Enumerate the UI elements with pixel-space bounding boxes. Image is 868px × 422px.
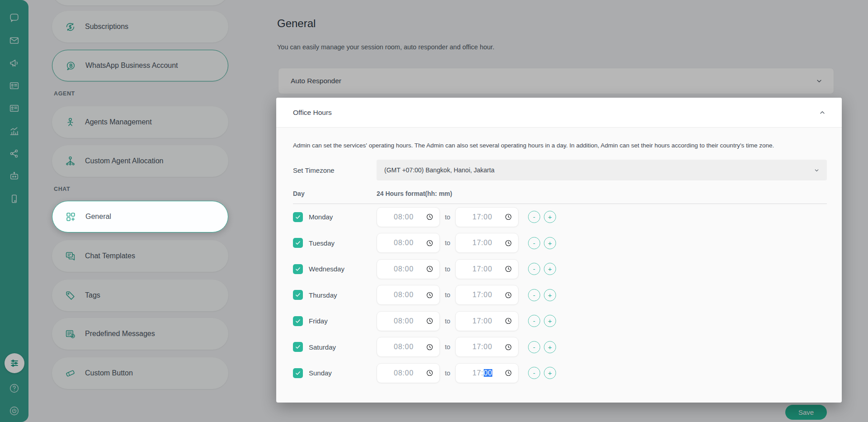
clock-icon bbox=[505, 213, 512, 221]
end-time-input[interactable]: 17:00 bbox=[455, 207, 519, 227]
clock-icon bbox=[426, 213, 434, 221]
add-hours-button[interactable]: + bbox=[544, 341, 556, 353]
office-hours-row: Friday 08:00 to 17:00 - + bbox=[293, 308, 827, 334]
check-icon bbox=[295, 214, 301, 220]
selected-time-segment: 00 bbox=[484, 369, 492, 377]
to-label: to bbox=[440, 343, 455, 351]
start-time-input[interactable]: 08:00 bbox=[377, 285, 440, 305]
sidebar-item-general[interactable]: General bbox=[52, 201, 228, 232]
timezone-select[interactable]: (GMT +07:00) Bangkok, Hanoi, Jakarta bbox=[377, 160, 827, 180]
remove-hours-button[interactable]: - bbox=[528, 341, 540, 353]
end-time-input[interactable]: 17:00 bbox=[455, 233, 519, 253]
start-time-input[interactable]: 08:00 bbox=[377, 363, 440, 383]
clock-icon bbox=[426, 265, 434, 273]
clock-icon bbox=[505, 291, 512, 299]
day-label: Thursday bbox=[309, 291, 337, 299]
start-time-input[interactable]: 08:00 bbox=[377, 259, 440, 279]
clock-icon bbox=[426, 369, 434, 377]
clock-icon bbox=[505, 343, 512, 351]
to-label: to bbox=[440, 239, 455, 247]
end-time-input[interactable]: 17:00 bbox=[455, 285, 519, 305]
end-time-input[interactable]: 17:00 bbox=[455, 337, 519, 357]
end-time-input[interactable]: 17:00 bbox=[455, 311, 519, 331]
office-hours-title: Office Hours bbox=[293, 109, 819, 117]
to-label: to bbox=[440, 291, 455, 299]
office-hours-row: Wednesday 08:00 to 17:00 - + bbox=[293, 256, 827, 282]
remove-hours-button[interactable]: - bbox=[528, 367, 540, 379]
start-time-input[interactable]: 08:00 bbox=[377, 337, 440, 357]
start-time-value: 08:00 bbox=[382, 343, 426, 351]
end-time-value: 17:00 bbox=[460, 291, 505, 299]
day-label: Wednesday bbox=[309, 265, 344, 273]
add-hours-button[interactable]: + bbox=[544, 367, 556, 379]
end-time-input-focused[interactable]: 17:00 bbox=[455, 363, 519, 383]
day-label: Friday bbox=[309, 317, 328, 325]
check-icon bbox=[295, 292, 301, 298]
clock-icon bbox=[426, 317, 434, 325]
day-checkbox[interactable] bbox=[293, 212, 303, 222]
add-hours-button[interactable]: + bbox=[544, 211, 556, 223]
format-column-header: 24 Hours format(hh: mm) bbox=[377, 190, 452, 197]
day-checkbox[interactable] bbox=[293, 290, 303, 300]
remove-hours-button[interactable]: - bbox=[528, 237, 540, 249]
day-checkbox[interactable] bbox=[293, 238, 303, 248]
day-checkbox[interactable] bbox=[293, 368, 303, 378]
start-time-value: 08:00 bbox=[382, 369, 426, 377]
start-time-value: 08:00 bbox=[382, 239, 426, 247]
end-time-input[interactable]: 17:00 bbox=[455, 259, 519, 279]
day-label: Monday bbox=[309, 213, 333, 221]
sidebar-item-label: General bbox=[85, 213, 111, 221]
office-hours-row: Thursday 08:00 to 17:00 - + bbox=[293, 282, 827, 308]
office-hours-row: Monday 08:00 to 17:00 - + bbox=[293, 204, 827, 230]
office-hours-row: Tuesday 08:00 to 17:00 - + bbox=[293, 230, 827, 256]
remove-hours-button[interactable]: - bbox=[528, 315, 540, 327]
remove-hours-button[interactable]: - bbox=[528, 289, 540, 301]
timezone-value: (GMT +07:00) Bangkok, Hanoi, Jakarta bbox=[384, 166, 814, 174]
day-checkbox[interactable] bbox=[293, 316, 303, 326]
to-label: to bbox=[440, 370, 455, 377]
office-hours-accordion[interactable]: Office Hours bbox=[276, 98, 842, 128]
clock-icon bbox=[505, 265, 512, 273]
remove-hours-button[interactable]: - bbox=[528, 211, 540, 223]
office-hours-row: Sunday 08:00 to 17:00 - + bbox=[293, 360, 827, 386]
add-hours-button[interactable]: + bbox=[544, 289, 556, 301]
check-icon bbox=[295, 266, 301, 272]
clock-icon bbox=[505, 369, 512, 377]
office-hours-description: Admin can set the services' operating ho… bbox=[293, 142, 827, 149]
start-time-input[interactable]: 08:00 bbox=[377, 311, 440, 331]
end-time-value: 17:00 bbox=[460, 369, 505, 377]
check-icon bbox=[295, 318, 301, 324]
check-icon bbox=[295, 240, 301, 246]
start-time-value: 08:00 bbox=[382, 291, 426, 299]
end-time-value: 17:00 bbox=[460, 317, 505, 325]
clock-icon bbox=[426, 343, 434, 351]
day-column-header: Day bbox=[293, 190, 377, 197]
day-checkbox[interactable] bbox=[293, 342, 303, 352]
clock-icon bbox=[426, 291, 434, 299]
check-icon bbox=[295, 370, 301, 376]
clock-icon bbox=[426, 239, 434, 247]
day-label: Saturday bbox=[309, 343, 336, 351]
day-label: Tuesday bbox=[309, 239, 335, 247]
check-icon bbox=[295, 344, 301, 350]
remove-hours-button[interactable]: - bbox=[528, 263, 540, 275]
start-time-input[interactable]: 08:00 bbox=[377, 233, 440, 253]
timezone-row: Set Timezone (GMT +07:00) Bangkok, Hanoi… bbox=[293, 160, 827, 180]
add-hours-button[interactable]: + bbox=[544, 315, 556, 327]
office-hours-rows: Monday 08:00 to 17:00 - + Tuesday 08:00 … bbox=[293, 204, 827, 386]
start-time-value: 08:00 bbox=[382, 317, 426, 325]
end-time-value: 17:00 bbox=[460, 343, 505, 351]
end-time-value: 17:00 bbox=[460, 239, 505, 247]
end-time-value: 17:00 bbox=[460, 265, 505, 273]
add-hours-button[interactable]: + bbox=[544, 263, 556, 275]
add-hours-button[interactable]: + bbox=[544, 237, 556, 249]
start-time-input[interactable]: 08:00 bbox=[377, 207, 440, 227]
office-hours-row: Saturday 08:00 to 17:00 - + bbox=[293, 334, 827, 360]
clock-icon bbox=[505, 317, 512, 325]
office-hours-panel: Office Hours Admin can set the services'… bbox=[276, 98, 842, 403]
day-checkbox[interactable] bbox=[293, 264, 303, 274]
clock-icon bbox=[505, 239, 512, 247]
end-time-value: 17:00 bbox=[460, 213, 505, 221]
start-time-value: 08:00 bbox=[382, 265, 426, 273]
to-label: to bbox=[440, 213, 455, 221]
